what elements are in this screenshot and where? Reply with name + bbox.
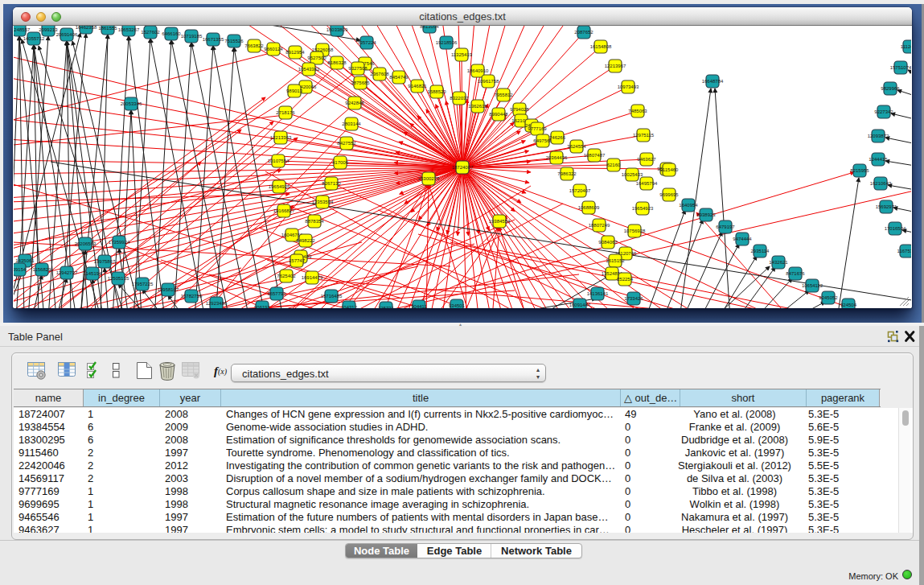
svg-text:8990448: 8990448 [489, 112, 508, 117]
svg-text:8427552: 8427552 [337, 141, 356, 146]
svg-text:20364436: 20364436 [546, 155, 568, 160]
svg-text:25300275: 25300275 [418, 176, 440, 181]
svg-text:8215955: 8215955 [850, 168, 869, 173]
svg-text:16462358: 16462358 [76, 26, 97, 30]
svg-text:904411: 904411 [411, 304, 427, 308]
svg-text:9527500: 9527500 [307, 56, 326, 60]
svg-text:15720407: 15720407 [569, 188, 591, 193]
svg-text:989013: 989013 [286, 89, 303, 93]
svg-text:9794028: 9794028 [510, 107, 529, 112]
svg-text:7986322: 7986322 [557, 171, 577, 176]
svg-text:2087652: 2087652 [574, 30, 593, 35]
svg-text:10688609: 10688609 [578, 205, 600, 210]
svg-text:8471676: 8471676 [786, 271, 805, 276]
svg-text:19384554: 19384554 [489, 219, 511, 224]
svg-text:16671355: 16671355 [203, 37, 224, 42]
svg-text:1112493: 1112493 [901, 44, 911, 49]
svg-text:12093872: 12093872 [868, 134, 889, 138]
svg-text:16033809: 16033809 [326, 27, 348, 32]
svg-text:8878354: 8878354 [305, 219, 324, 224]
svg-text:1615152: 1615152 [606, 258, 625, 263]
svg-text:1362615: 1362615 [468, 104, 487, 109]
svg-text:1527602: 1527602 [141, 30, 160, 35]
svg-text:1145194: 1145194 [84, 271, 103, 276]
svg-text:934501: 934501 [449, 303, 466, 308]
svg-text:10756928: 10756928 [624, 229, 646, 233]
svg-text:3624554: 3624554 [567, 144, 586, 149]
svg-text:252254: 252254 [617, 277, 634, 282]
svg-text:7955812: 7955812 [494, 93, 513, 97]
svg-text:12353594: 12353594 [312, 200, 334, 204]
svg-text:1640954: 1640954 [679, 203, 698, 208]
svg-text:1861555: 1861555 [98, 26, 117, 31]
svg-text:1733426: 1733426 [624, 296, 643, 301]
svg-text:3875685: 3875685 [351, 80, 370, 85]
svg-text:6479197: 6479197 [716, 225, 735, 229]
svg-text:417006: 417006 [332, 160, 349, 165]
svg-text:17359924: 17359924 [109, 240, 130, 245]
svg-text:8267130: 8267130 [322, 181, 341, 186]
svg-text:1435061: 1435061 [15, 258, 35, 263]
svg-text:18640910: 18640910 [467, 68, 489, 73]
svg-text:10653267: 10653267 [118, 27, 140, 32]
svg-text:125731: 125731 [378, 306, 395, 308]
svg-text:(x): (x) [218, 367, 228, 377]
svg-text:9657791: 9657791 [267, 291, 286, 296]
svg-text:16648784: 16648784 [702, 79, 724, 84]
svg-text:14136141: 14136141 [587, 291, 609, 296]
svg-text:8912954: 8912954 [285, 50, 305, 55]
svg-text:10025433: 10025433 [622, 172, 643, 177]
svg-text:16091447: 16091447 [569, 303, 591, 307]
svg-text:19654925: 19654925 [269, 184, 290, 189]
svg-text:17016504: 17016504 [885, 226, 906, 231]
svg-text:9829966: 9829966 [881, 86, 900, 91]
svg-text:10654112: 10654112 [802, 283, 823, 288]
svg-text:20691406: 20691406 [56, 32, 78, 37]
svg-text:104312: 104312 [341, 305, 358, 308]
svg-text:2935114: 2935114 [751, 249, 770, 253]
svg-text:10107554: 10107554 [268, 159, 290, 163]
svg-text:9660124: 9660124 [264, 47, 283, 51]
svg-text:39154: 39154 [14, 267, 27, 272]
svg-text:20053346: 20053346 [121, 101, 142, 106]
svg-text:21248557: 21248557 [14, 27, 31, 32]
svg-text:11325419: 11325419 [451, 52, 473, 57]
svg-text:12505135: 12505135 [108, 276, 129, 281]
svg-text:157747: 157747 [289, 258, 306, 263]
svg-text:8322037: 8322037 [450, 96, 469, 101]
svg-text:8186328: 8186328 [327, 60, 347, 65]
svg-text:7663822: 7663822 [244, 43, 264, 48]
svg-text:10961758: 10961758 [478, 79, 499, 84]
svg-text:9327508: 9327508 [348, 66, 368, 71]
svg-text:9245052: 9245052 [819, 295, 838, 300]
svg-text:1156829: 1156829 [33, 267, 52, 272]
svg-text:12213363: 12213363 [270, 135, 292, 140]
svg-text:1167531: 1167531 [897, 249, 911, 253]
svg-text:10958107: 10958107 [158, 287, 179, 292]
svg-text:16495794: 16495794 [636, 181, 658, 186]
svg-text:12942737: 12942737 [56, 270, 78, 275]
svg-text:7485063: 7485063 [628, 109, 647, 113]
svg-text:16914479: 16914479 [302, 275, 323, 280]
svg-text:16210643: 16210643 [870, 181, 892, 186]
svg-text:19654923: 19654923 [632, 206, 654, 211]
svg-text:10719185: 10719185 [181, 34, 203, 39]
svg-text:9463627: 9463627 [637, 157, 656, 162]
svg-text:62160: 62160 [607, 163, 621, 167]
svg-text:12975115: 12975115 [633, 133, 655, 138]
svg-text:19166827: 19166827 [273, 208, 295, 213]
svg-text:19218506: 19218506 [436, 40, 458, 45]
svg-text:9498222: 9498222 [296, 238, 315, 243]
svg-text:15751074: 15751074 [890, 65, 911, 70]
svg-text:9242848: 9242848 [345, 101, 364, 105]
svg-text:10543362: 10543362 [298, 67, 320, 72]
svg-text:924504: 924504 [840, 303, 857, 307]
svg-text:18807249: 18807249 [589, 223, 610, 228]
svg-text:16154808: 16154808 [590, 44, 612, 49]
svg-text:2803144: 2803144 [342, 122, 361, 126]
svg-text:7625402: 7625402 [277, 274, 296, 278]
svg-text:906191: 906191 [254, 305, 271, 308]
svg-text:16782759: 16782759 [181, 294, 203, 299]
svg-text:19975867: 19975867 [94, 259, 116, 264]
svg-text:7357224: 7357224 [357, 40, 376, 45]
